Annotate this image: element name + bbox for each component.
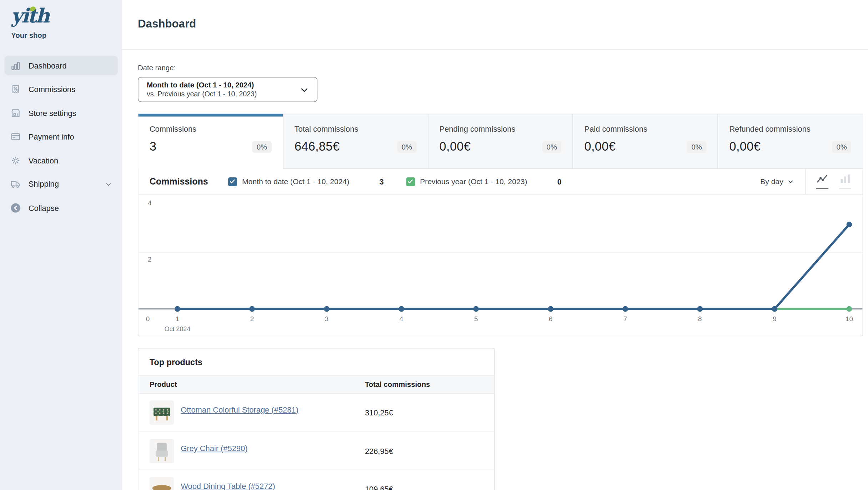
product-total-commissions: 310,25€ bbox=[365, 408, 483, 417]
table-row: Ottoman Colorful Storage (#5281) 310,25€ bbox=[139, 394, 495, 431]
legend-count: 0 bbox=[557, 177, 562, 186]
interval-select[interactable]: By day bbox=[760, 177, 794, 186]
legend-count: 3 bbox=[380, 177, 384, 186]
truck-icon bbox=[10, 178, 21, 190]
sidebar-collapse-button[interactable]: Collapse bbox=[5, 198, 118, 218]
sidebar-item-label: Dashboard bbox=[29, 61, 67, 70]
data-point bbox=[398, 306, 404, 312]
sidebar-item-commissions[interactable]: Commissions bbox=[5, 80, 118, 99]
data-point bbox=[175, 306, 180, 312]
stat-tab-total-commissions[interactable]: Total commissions 646,85€ 0% bbox=[283, 114, 428, 169]
page-content: Date range: Month to date (Oct 1 - 10, 2… bbox=[122, 50, 868, 490]
sidebar-item-store-settings[interactable]: Store settings bbox=[5, 103, 118, 123]
data-point bbox=[548, 306, 553, 312]
stat-value: 0,00€ bbox=[584, 140, 616, 154]
svg-text:0: 0 bbox=[146, 315, 150, 323]
product-link[interactable]: Grey Chair (#5290) bbox=[181, 444, 247, 453]
product-link[interactable]: Wood Dining Table (#5272) bbox=[181, 481, 275, 490]
svg-text:5: 5 bbox=[474, 315, 478, 323]
date-range-primary: Month to date (Oct 1 - 10, 2024) bbox=[147, 81, 295, 90]
chart-plot-area: 24012345678910Oct 2024 bbox=[139, 195, 863, 335]
data-point bbox=[697, 306, 703, 312]
data-point bbox=[324, 306, 330, 312]
data-point bbox=[847, 306, 852, 312]
top-products-title: Top products bbox=[139, 349, 495, 375]
main-area: Dashboard Date range: Month to date (Oct… bbox=[122, 0, 868, 490]
date-range-select[interactable]: Month to date (Oct 1 - 10, 2024) vs. Pre… bbox=[138, 77, 317, 102]
chart-title: Commissions bbox=[150, 177, 208, 187]
sidebar-item-payment-info[interactable]: Payment info bbox=[5, 127, 118, 146]
stat-delta-badge: 0% bbox=[542, 141, 561, 153]
svg-text:Oct 2024: Oct 2024 bbox=[164, 325, 190, 333]
stat-tab-paid-commissions[interactable]: Paid commissions 0,00€ 0% bbox=[573, 114, 718, 169]
stat-label: Total commissions bbox=[295, 124, 417, 133]
sidebar-item-shipping[interactable]: Shipping bbox=[5, 174, 118, 194]
svg-text:7: 7 bbox=[623, 315, 627, 323]
collapse-arrow-icon bbox=[10, 202, 21, 213]
column-header-total-commissions: Total commissions bbox=[365, 380, 483, 389]
stat-label: Refunded commissions bbox=[729, 124, 851, 133]
product-total-commissions: 109,65€ bbox=[365, 484, 483, 490]
shop-name: Your shop bbox=[11, 31, 111, 40]
series-month-to-date-oct-1-10-2024 bbox=[175, 222, 852, 312]
bar-chart-type-button[interactable] bbox=[839, 174, 851, 189]
sidebar-item-label: Store settings bbox=[29, 108, 76, 117]
commissions-line-chart: 24012345678910Oct 2024 bbox=[139, 195, 863, 335]
legend-previous-year[interactable]: Previous year (Oct 1 - 10, 2023) bbox=[406, 177, 527, 186]
data-point bbox=[622, 306, 628, 312]
chart-header: Commissions Month to date (Oct 1 - 10, 2… bbox=[139, 169, 863, 195]
line-chart-type-button[interactable] bbox=[816, 174, 828, 189]
stat-delta-badge: 0% bbox=[832, 141, 851, 153]
stat-tab-refunded-commissions[interactable]: Refunded commissions 0,00€ 0% bbox=[718, 114, 863, 169]
stat-tab-commissions[interactable]: Commissions 3 0% bbox=[139, 114, 283, 169]
legend-label: Previous year (Oct 1 - 10, 2023) bbox=[420, 177, 527, 186]
checkbox-checked-icon[interactable] bbox=[406, 177, 415, 186]
sidebar-item-label: Payment info bbox=[29, 132, 74, 141]
stat-tabs: Commissions 3 0% Total commissions 646,8… bbox=[139, 114, 863, 169]
svg-text:4: 4 bbox=[148, 199, 151, 207]
sidebar-item-label: Shipping bbox=[29, 180, 59, 188]
product-thumbnail-grey-chair bbox=[150, 439, 174, 463]
product-thumbnail-wood-table bbox=[150, 476, 174, 490]
svg-text:8: 8 bbox=[698, 315, 702, 323]
sidebar: yith Your shop Dashboard bbox=[0, 0, 122, 490]
stat-delta-badge: 0% bbox=[397, 141, 416, 153]
stat-label: Pending commissions bbox=[440, 124, 562, 133]
date-range-label: Date range: bbox=[138, 64, 863, 72]
stat-label: Commissions bbox=[150, 124, 272, 133]
interval-label: By day bbox=[760, 177, 783, 186]
sun-icon bbox=[10, 155, 21, 166]
sidebar-item-dashboard[interactable]: Dashboard bbox=[5, 56, 118, 75]
sidebar-item-label: Vacation bbox=[29, 156, 59, 165]
stat-value: 0,00€ bbox=[729, 140, 761, 154]
chevron-down-icon bbox=[105, 180, 112, 187]
checkbox-checked-icon[interactable] bbox=[228, 177, 237, 186]
sidebar-item-label: Commissions bbox=[29, 85, 75, 94]
svg-text:10: 10 bbox=[846, 315, 853, 323]
affiliate-dashboard-app: yith Your shop Dashboard bbox=[0, 0, 868, 490]
stat-tab-pending-commissions[interactable]: Pending commissions 0,00€ 0% bbox=[428, 114, 573, 169]
chevron-down-icon bbox=[300, 85, 309, 97]
svg-text:4: 4 bbox=[400, 315, 403, 323]
products-table-header: Product Total commissions bbox=[139, 375, 495, 394]
stat-label: Paid commissions bbox=[584, 124, 707, 133]
sidebar-item-vacation[interactable]: Vacation bbox=[5, 151, 118, 170]
stat-delta-badge: 0% bbox=[687, 141, 706, 153]
collapse-label: Collapse bbox=[29, 203, 59, 212]
credit-card-icon bbox=[10, 131, 21, 142]
data-point bbox=[772, 306, 778, 312]
stat-value: 0,00€ bbox=[440, 140, 471, 154]
divider bbox=[805, 169, 806, 195]
data-point bbox=[847, 222, 852, 227]
table-row: Wood Dining Table (#5272) 109,65€ bbox=[139, 470, 495, 490]
bar-chart-icon bbox=[10, 60, 21, 71]
product-total-commissions: 226,95€ bbox=[365, 446, 483, 455]
product-thumbnail-ottoman bbox=[150, 400, 174, 425]
legend-month-to-date[interactable]: Month to date (Oct 1 - 10, 2024) bbox=[228, 177, 349, 186]
stat-value: 3 bbox=[150, 140, 156, 154]
storefront-icon bbox=[10, 107, 21, 118]
product-link[interactable]: Ottoman Colorful Storage (#5281) bbox=[181, 405, 298, 414]
stat-delta-badge: 0% bbox=[252, 141, 271, 153]
data-point bbox=[473, 306, 479, 312]
svg-text:6: 6 bbox=[549, 315, 552, 323]
